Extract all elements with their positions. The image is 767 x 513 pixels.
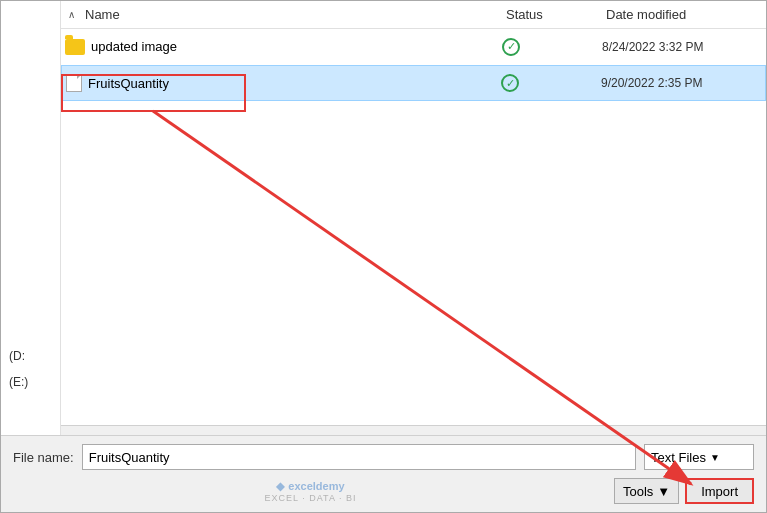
sort-arrow-icon[interactable]: ∧ xyxy=(61,9,81,20)
col-date-header: Date modified xyxy=(606,7,766,22)
filename-input[interactable] xyxy=(82,444,636,470)
sidebar-item-d[interactable]: (D: xyxy=(1,343,60,369)
file-name: updated image xyxy=(91,39,502,54)
tools-label: Tools xyxy=(623,484,653,499)
file-status: ✓ xyxy=(501,74,601,92)
table-row[interactable]: updated image ✓ 8/24/2022 3:32 PM xyxy=(61,29,766,65)
filename-label: File name: xyxy=(13,450,74,465)
watermark-area: ◆ exceldemy EXCEL · DATA · BI xyxy=(13,480,608,503)
tools-arrow-icon: ▼ xyxy=(657,484,670,499)
tools-button[interactable]: Tools ▼ xyxy=(614,478,679,504)
horizontal-scrollbar[interactable] xyxy=(61,425,766,435)
file-dialog: (D: (E:) ∧ Name Status Date modified upd… xyxy=(0,0,767,513)
col-name-header: Name xyxy=(81,7,506,22)
file-status: ✓ xyxy=(502,38,602,56)
filename-row: File name: Text Files ▼ xyxy=(13,444,754,470)
file-list-area: (D: (E:) ∧ Name Status Date modified upd… xyxy=(1,1,766,435)
file-rows: updated image ✓ 8/24/2022 3:32 PM Fruits… xyxy=(61,29,766,425)
content-area: ∧ Name Status Date modified updated imag… xyxy=(61,1,766,435)
status-check-icon: ✓ xyxy=(502,38,520,56)
actions-row: ◆ exceldemy EXCEL · DATA · BI Tools ▼ Im… xyxy=(13,478,754,504)
table-row[interactable]: FruitsQuantity ✓ 9/20/2022 2:35 PM xyxy=(61,65,766,101)
import-button[interactable]: Import xyxy=(685,478,754,504)
status-check-icon: ✓ xyxy=(501,74,519,92)
sidebar: (D: (E:) xyxy=(1,1,61,435)
watermark-logo: ◆ exceldemy xyxy=(276,480,344,493)
bottom-bar: File name: Text Files ▼ ◆ exceldemy EXCE… xyxy=(1,435,766,512)
file-date: 8/24/2022 3:32 PM xyxy=(602,40,762,54)
col-status-header: Status xyxy=(506,7,606,22)
filetype-value: Text Files xyxy=(651,450,706,465)
watermark: ◆ exceldemy EXCEL · DATA · BI xyxy=(265,480,357,503)
watermark-tagline: EXCEL · DATA · BI xyxy=(265,493,357,503)
column-headers: ∧ Name Status Date modified xyxy=(61,1,766,29)
sidebar-item-e[interactable]: (E:) xyxy=(1,369,60,395)
watermark-brand: exceldemy xyxy=(288,480,344,492)
file-name: FruitsQuantity xyxy=(88,76,501,91)
filetype-dropdown-arrow-icon: ▼ xyxy=(710,452,720,463)
watermark-icon: ◆ xyxy=(276,480,284,493)
txt-file-icon xyxy=(66,74,82,92)
file-date: 9/20/2022 2:35 PM xyxy=(601,76,761,90)
filetype-dropdown[interactable]: Text Files ▼ xyxy=(644,444,754,470)
folder-icon xyxy=(65,39,85,55)
